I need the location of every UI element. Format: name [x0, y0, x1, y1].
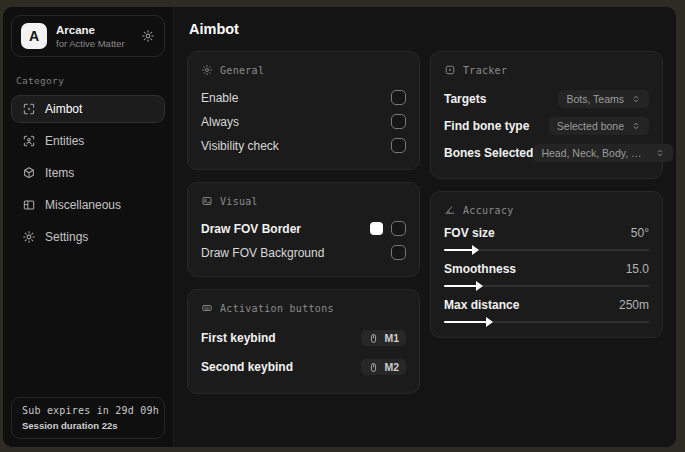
row-find-bone-type: Find bone type Selected bone: [444, 113, 649, 139]
card-title-label: Tracker: [463, 65, 507, 76]
checkbox-always[interactable]: [391, 114, 406, 129]
row-label: Always: [201, 115, 239, 129]
expand-icon: [655, 148, 665, 158]
app-logo: A: [21, 23, 47, 49]
slider-label: Smoothness: [444, 262, 516, 276]
row-label: Bones Selected: [444, 146, 533, 160]
target-box-icon: [444, 64, 456, 76]
mouse-icon: [368, 362, 379, 373]
checkbox-enable[interactable]: [391, 90, 406, 105]
slider-fill: [444, 285, 477, 287]
sidebar-nav: Aimbot Entities: [3, 93, 173, 253]
brand-card: A Arcane for Active Matter: [11, 15, 165, 57]
dropdown-value: Head, Neck, Body, Pe..: [541, 147, 648, 159]
slider-label: FOV size: [444, 226, 495, 240]
bones-selected-dropdown[interactable]: Head, Neck, Body, Pe..: [533, 144, 673, 162]
row-second-keybind: Second keybind M2: [201, 353, 406, 381]
brand-text: Arcane for Active Matter: [56, 24, 132, 49]
sub-expires-text: Sub expires in 29d 09h: [22, 405, 154, 416]
card-title-label: Activation buttons: [220, 303, 334, 314]
row-label: Visibility check: [201, 139, 279, 153]
card-title-label: General: [220, 65, 264, 76]
slider-track[interactable]: [444, 285, 649, 287]
row-targets: Targets Bots, Teams: [444, 86, 649, 112]
mouse-icon: [368, 333, 379, 344]
first-keybind-button[interactable]: M1: [361, 330, 406, 346]
card-title: General: [201, 64, 406, 76]
sidebar-item-settings[interactable]: Settings: [11, 223, 165, 251]
keyboard-icon: [201, 302, 213, 314]
sidebar-item-items[interactable]: Items: [11, 159, 165, 187]
row-enable: Enable: [201, 86, 406, 109]
row-visibility-check: Visibility check: [201, 134, 406, 157]
image-icon: [201, 195, 213, 207]
row-label: Enable: [201, 91, 238, 105]
page-title: Aimbot: [189, 21, 663, 37]
fov-border-color-swatch[interactable]: [370, 222, 383, 235]
row-label: Second keybind: [201, 360, 293, 374]
general-card: General Enable Always Visibility check: [187, 51, 420, 170]
angle-icon: [444, 204, 456, 216]
activation-buttons-card: Activation buttons First keybind M1: [187, 289, 420, 394]
sidebar-item-label: Settings: [45, 230, 88, 244]
person-scan-icon: [22, 134, 36, 148]
gear-icon[interactable]: [141, 29, 155, 43]
bone-type-dropdown[interactable]: Selected bone: [549, 117, 649, 135]
dropdown-value: Bots, Teams: [566, 93, 624, 105]
session-duration-text: Session duration 22s: [22, 420, 154, 431]
slider-value: 15.0: [626, 262, 649, 276]
app-window: A Arcane for Active Matter Category: [2, 6, 677, 448]
tracker-card: Tracker Targets Bots, Teams: [430, 51, 663, 179]
checkbox-draw-fov-background[interactable]: [391, 245, 406, 260]
row-label: Targets: [444, 92, 486, 106]
slider-value: 50°: [631, 226, 649, 240]
sidebar: A Arcane for Active Matter Category: [3, 7, 174, 447]
max-distance-slider: Max distance 250m: [444, 298, 649, 323]
slider-fill: [444, 321, 487, 323]
slider-value: 250m: [619, 298, 649, 312]
expand-icon: [631, 94, 641, 104]
sidebar-item-label: Miscellaneous: [45, 198, 121, 212]
cube-icon: [22, 166, 36, 180]
expand-icon: [631, 121, 641, 131]
card-title-label: Accuracy: [463, 205, 514, 216]
category-label: Category: [16, 75, 160, 86]
keybind-value: M1: [384, 332, 399, 344]
card-title-label: Visual: [220, 196, 258, 207]
card-title: Accuracy: [444, 204, 649, 216]
card-title: Visual: [201, 195, 406, 207]
row-draw-fov-border: Draw FOV Border: [201, 217, 406, 240]
dropdown-value: Selected bone: [557, 120, 624, 132]
sidebar-item-entities[interactable]: Entities: [11, 127, 165, 155]
accuracy-card: Accuracy FOV size 50° Smoothness: [430, 191, 663, 338]
sidebar-item-miscellaneous[interactable]: Miscellaneous: [11, 191, 165, 219]
layout-icon: [22, 198, 36, 212]
app-logo-letter: A: [29, 28, 39, 44]
gear-icon: [22, 230, 36, 244]
sidebar-item-label: Items: [45, 166, 74, 180]
card-title: Activation buttons: [201, 302, 406, 314]
row-always: Always: [201, 110, 406, 133]
slider-fill: [444, 249, 473, 251]
sidebar-item-label: Entities: [45, 134, 84, 148]
slider-track[interactable]: [444, 249, 649, 251]
targets-dropdown[interactable]: Bots, Teams: [558, 90, 649, 108]
keybind-value: M2: [384, 361, 399, 373]
subscription-info: Sub expires in 29d 09h Session duration …: [11, 397, 165, 439]
checkbox-visibility-check[interactable]: [391, 138, 406, 153]
card-title: Tracker: [444, 64, 649, 76]
second-keybind-button[interactable]: M2: [361, 359, 406, 375]
row-draw-fov-background: Draw FOV Background: [201, 241, 406, 264]
left-column: General Enable Always Visibility check: [187, 51, 420, 406]
visual-card: Visual Draw FOV Border Draw FOV Backgrou…: [187, 182, 420, 277]
sun-icon: [201, 64, 213, 76]
row-label: Draw FOV Border: [201, 222, 301, 236]
slider-track[interactable]: [444, 321, 649, 323]
row-first-keybind: First keybind M1: [201, 324, 406, 352]
fov-size-slider: FOV size 50°: [444, 226, 649, 251]
slider-label: Max distance: [444, 298, 519, 312]
row-label: First keybind: [201, 331, 276, 345]
right-column: Tracker Targets Bots, Teams: [430, 51, 663, 350]
sidebar-item-aimbot[interactable]: Aimbot: [11, 95, 165, 123]
checkbox-draw-fov-border[interactable]: [391, 221, 406, 236]
